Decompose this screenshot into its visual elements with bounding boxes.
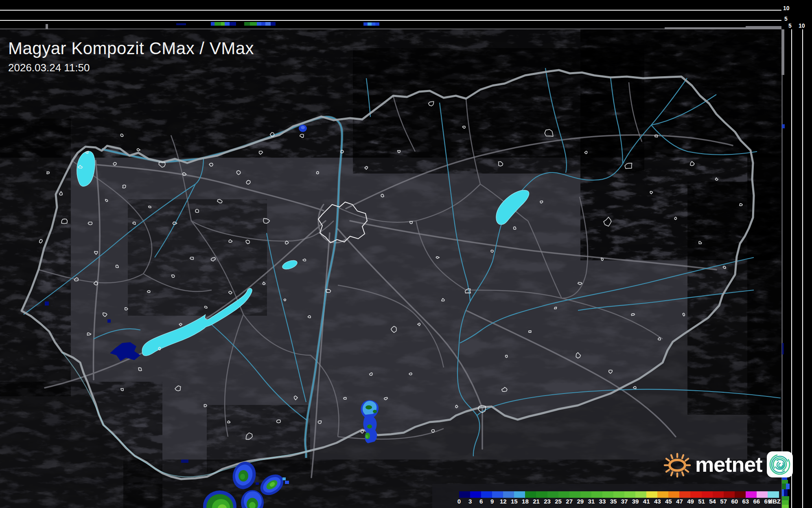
legend-segment bbox=[679, 491, 691, 498]
cross-section-echo bbox=[782, 489, 788, 496]
terrain-profile-east bbox=[665, 27, 746, 29]
legend-segment bbox=[514, 491, 525, 498]
legend-tick-label: 66 bbox=[751, 498, 763, 505]
legend-segment bbox=[668, 491, 680, 498]
altitude-line-10km bbox=[0, 10, 781, 11]
metnet-logo: metnet bbox=[661, 447, 793, 482]
legend-tick-label: 29 bbox=[574, 498, 587, 505]
cross-section-echo bbox=[782, 496, 789, 500]
legend-tick-label: 15 bbox=[508, 498, 520, 505]
legend-segment bbox=[635, 491, 647, 498]
legend-segment bbox=[724, 491, 735, 498]
legend-segment bbox=[768, 491, 779, 498]
legend-segment bbox=[657, 491, 669, 498]
legend-tick-label: 45 bbox=[662, 498, 674, 505]
legend-tick-label: 63 bbox=[740, 498, 752, 505]
top-axis-tick-10: 10 bbox=[783, 5, 790, 11]
right-axis-tick-10: 10 bbox=[799, 23, 805, 29]
timestamp: 2026.03.24 11:50 bbox=[8, 62, 254, 74]
legend-tick-label: 35 bbox=[607, 498, 619, 505]
title-block: Magyar Kompozit CMax / VMax 2026.03.24 1… bbox=[8, 39, 254, 74]
legend-segment bbox=[536, 491, 547, 498]
map-canvas bbox=[0, 29, 781, 508]
legend-segment bbox=[713, 491, 724, 498]
legend-tick-label: 54 bbox=[707, 498, 719, 505]
legend-segment bbox=[646, 491, 658, 498]
cross-section-echo bbox=[782, 343, 784, 354]
terrain-texture bbox=[0, 29, 781, 508]
legend-tick-label: 49 bbox=[684, 498, 696, 505]
logo-text: metnet bbox=[695, 452, 762, 477]
dbz-legend: dBZ 036912151821232527293133353739414345… bbox=[432, 484, 781, 508]
legend-tick-label: 27 bbox=[563, 498, 576, 505]
metnet-app-icon bbox=[767, 451, 793, 477]
cross-section-echo bbox=[211, 22, 236, 26]
spiral-icon bbox=[768, 453, 792, 476]
legend-segment bbox=[481, 491, 492, 498]
legend-segment bbox=[525, 491, 536, 498]
legend-tick-label: 25 bbox=[552, 498, 565, 505]
legend-segment bbox=[569, 491, 581, 498]
altitude-line-10km-v bbox=[802, 29, 803, 508]
legend-tick-label: 3 bbox=[464, 498, 476, 505]
legend-tick-label: 43 bbox=[651, 498, 663, 505]
hungary-radar-map bbox=[0, 29, 781, 508]
cross-section-echo bbox=[244, 22, 276, 26]
cross-section-echo bbox=[363, 22, 379, 26]
legend-segment bbox=[503, 491, 514, 498]
legend-segment bbox=[746, 491, 757, 498]
right-axis-tick-5: 5 bbox=[788, 23, 792, 29]
radar-product-screen: 10 5 5 10 Magyar Kompozit CMax / VMax bbox=[0, 0, 812, 508]
cross-section-echo bbox=[782, 124, 785, 128]
legend-segment bbox=[702, 491, 713, 498]
legend-segment bbox=[602, 491, 614, 498]
legend-tick-label: 41 bbox=[640, 498, 652, 505]
legend-segment bbox=[580, 491, 592, 498]
legend-segment bbox=[492, 491, 503, 498]
legend-segment bbox=[470, 491, 482, 498]
legend-segment bbox=[624, 491, 636, 498]
legend-tick-label: 60 bbox=[729, 498, 741, 505]
legend-tick-label: 0 bbox=[453, 498, 465, 505]
terrain-profile-edge bbox=[781, 75, 783, 508]
legend-segment bbox=[735, 491, 746, 498]
legend-tick-label: 21 bbox=[530, 498, 542, 505]
legend-tick-label: 57 bbox=[718, 498, 730, 505]
sun-icon bbox=[661, 448, 694, 481]
top-cross-section-panel: 10 5 5 10 bbox=[0, 0, 812, 29]
terrain-profile-north bbox=[781, 29, 784, 75]
legend-tick-label: 33 bbox=[596, 498, 608, 505]
legend-segment bbox=[591, 491, 603, 498]
legend-tick-label: 12 bbox=[497, 498, 509, 505]
legend-segment bbox=[690, 491, 702, 498]
legend-tick-label: 23 bbox=[541, 498, 554, 505]
terrain-profile-bump bbox=[46, 24, 48, 29]
legend-tick-label: 31 bbox=[585, 498, 598, 505]
page-title: Magyar Kompozit CMax / VMax bbox=[8, 39, 254, 58]
right-cross-section-panel bbox=[781, 29, 812, 508]
legend-tick-label: 6 bbox=[475, 498, 487, 505]
cross-section-echo bbox=[782, 484, 790, 489]
altitude-line-5km bbox=[0, 20, 781, 21]
top-axis-tick-5: 5 bbox=[784, 16, 788, 22]
legend-segment bbox=[558, 491, 570, 498]
legend-tick-label: 51 bbox=[696, 498, 708, 505]
legend-segment bbox=[613, 491, 625, 498]
legend-segment bbox=[459, 491, 471, 498]
legend-tick-label: 69 bbox=[762, 498, 774, 505]
legend-segment bbox=[757, 491, 768, 498]
cross-section-echo bbox=[176, 23, 186, 25]
terrain-profile bbox=[0, 29, 781, 29]
legend-segment bbox=[547, 491, 559, 498]
legend-tick-label: 47 bbox=[673, 498, 685, 505]
legend-tick-label: 9 bbox=[486, 498, 498, 505]
legend-tick-label: 18 bbox=[519, 498, 531, 505]
legend-tick-label: 37 bbox=[618, 498, 630, 505]
altitude-line-5km-v bbox=[791, 29, 792, 508]
cross-section-echo bbox=[782, 500, 789, 508]
legend-tick-label: 39 bbox=[629, 498, 641, 505]
terrain-profile-northeast bbox=[746, 26, 781, 29]
